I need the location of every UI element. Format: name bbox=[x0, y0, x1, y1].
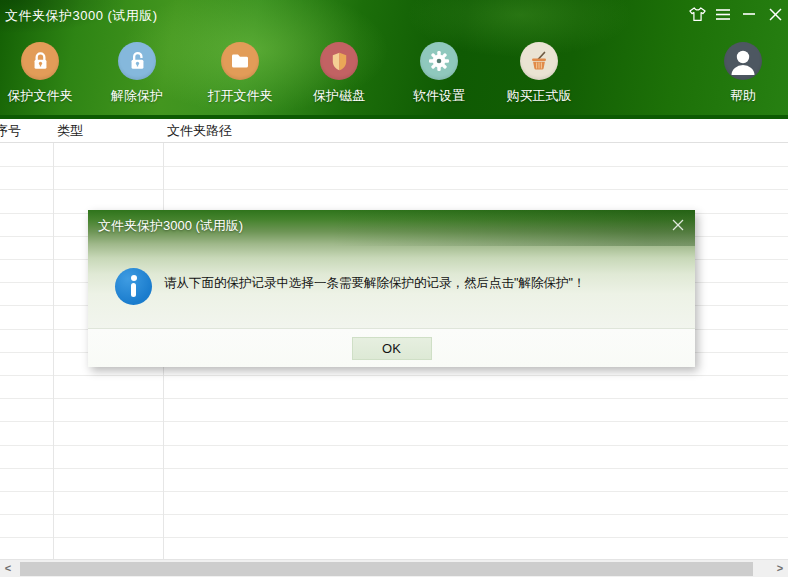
column-header-folder-path[interactable]: 文件夹路径 bbox=[167, 119, 232, 143]
column-header-type[interactable]: 类型 bbox=[57, 119, 83, 143]
app-title: 文件夹保护3000 (试用版) bbox=[5, 7, 158, 25]
window-controls bbox=[684, 0, 788, 28]
shield-icon bbox=[320, 42, 358, 80]
close-icon[interactable] bbox=[762, 1, 788, 27]
person-icon bbox=[724, 42, 762, 80]
horizontal-scrollbar[interactable]: < > bbox=[0, 559, 788, 577]
dialog-body: 请从下面的保护记录中选择一条需要解除保护的记录，然后点击"解除保护"！ bbox=[88, 238, 695, 328]
toolbar-button-settings[interactable]: 软件设置 bbox=[391, 42, 487, 105]
basket-icon bbox=[520, 42, 558, 80]
dialog-title: 文件夹保护3000 (试用版) bbox=[98, 217, 243, 235]
scroll-right-icon[interactable]: > bbox=[772, 560, 788, 577]
app-window: 文件夹保护3000 (试用版) 保护文件夹 bbox=[0, 0, 788, 577]
gear-icon bbox=[420, 42, 458, 80]
toolbar-label: 购买正式版 bbox=[491, 87, 587, 105]
table-header: 序号 类型 文件夹路径 bbox=[0, 119, 788, 143]
toolbar-button-protect-disk[interactable]: 保护磁盘 bbox=[291, 42, 387, 105]
info-icon bbox=[115, 268, 152, 305]
toolbar-label: 软件设置 bbox=[391, 87, 487, 105]
folder-icon bbox=[221, 42, 259, 80]
toolbar-label: 解除保护 bbox=[89, 87, 185, 105]
app-header: 文件夹保护3000 (试用版) 保护文件夹 bbox=[0, 0, 788, 119]
toolbar-button-open-folder[interactable]: 打开文件夹 bbox=[192, 42, 288, 105]
dialog-message: 请从下面的保护记录中选择一条需要解除保护的记录，然后点击"解除保护"！ bbox=[164, 275, 664, 292]
titlebar: 文件夹保护3000 (试用版) bbox=[0, 0, 788, 28]
toolbar-label: 打开文件夹 bbox=[192, 87, 288, 105]
lock-closed-icon bbox=[21, 42, 59, 80]
toolbar-label: 帮助 bbox=[695, 87, 788, 105]
column-divider[interactable] bbox=[53, 119, 54, 559]
toolbar-label: 保护磁盘 bbox=[291, 87, 387, 105]
scroll-left-icon[interactable]: < bbox=[0, 560, 16, 577]
column-header-index[interactable]: 序号 bbox=[0, 119, 21, 143]
dialog-footer: OK bbox=[88, 328, 695, 367]
main-menu-icon[interactable] bbox=[710, 1, 736, 27]
toolbar-button-help[interactable]: 帮助 bbox=[695, 42, 788, 105]
toolbar-button-buy-full-version[interactable]: 购买正式版 bbox=[491, 42, 587, 105]
toolbar-button-protect-folder[interactable]: 保护文件夹 bbox=[0, 42, 88, 105]
minimize-icon[interactable] bbox=[736, 1, 762, 27]
toolbar-label: 保护文件夹 bbox=[0, 87, 88, 105]
scrollbar-thumb[interactable] bbox=[20, 562, 753, 576]
dialog-titlebar: 文件夹保护3000 (试用版) bbox=[88, 210, 695, 238]
dialog-close-icon[interactable] bbox=[670, 217, 686, 233]
ok-button[interactable]: OK bbox=[352, 337, 432, 360]
message-dialog: 文件夹保护3000 (试用版) 请从下面的保护记录中选择一条需要解除保护的记录，… bbox=[88, 210, 695, 367]
toolbar-button-unprotect[interactable]: 解除保护 bbox=[89, 42, 185, 105]
skin-tshirt-icon[interactable] bbox=[684, 1, 710, 27]
lock-open-icon bbox=[118, 42, 156, 80]
